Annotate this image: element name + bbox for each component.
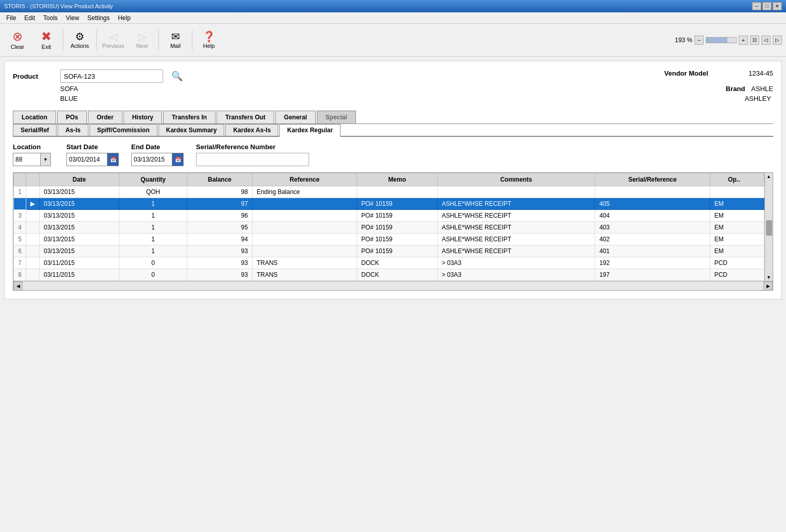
col-date[interactable]: Date bbox=[40, 173, 119, 186]
col-quantity[interactable]: Quantity bbox=[119, 173, 187, 186]
col-reference[interactable]: Reference bbox=[252, 173, 356, 186]
menu-view[interactable]: View bbox=[62, 13, 83, 23]
table-row[interactable]: 303/13/2015196PO# 10159ASHLE*WHSE RECEIP… bbox=[14, 210, 764, 222]
subtab-as-is[interactable]: As-Is bbox=[58, 124, 88, 136]
product-input[interactable] bbox=[60, 69, 163, 83]
product-search-button[interactable]: 🔍 bbox=[169, 70, 185, 82]
scroll-up-arrow[interactable]: ▲ bbox=[766, 174, 771, 179]
menu-tools[interactable]: Tools bbox=[39, 13, 62, 23]
location-dropdown-button[interactable]: ▼ bbox=[41, 153, 51, 166]
help-button[interactable]: ❓ Help bbox=[195, 27, 222, 54]
memo-cell: PO# 10159 bbox=[357, 198, 437, 210]
menu-help[interactable]: Help bbox=[114, 13, 135, 23]
op-cell: EM bbox=[710, 245, 764, 257]
table-row[interactable]: 103/13/2015QOH98Ending Balance bbox=[14, 186, 764, 198]
tab-location[interactable]: Location bbox=[13, 111, 56, 123]
subtab-serial-ref[interactable]: Serial/Ref bbox=[13, 124, 57, 136]
scroll-left-arrow[interactable]: ◀ bbox=[13, 281, 23, 291]
zoom-next-button[interactable]: ▷ bbox=[773, 36, 782, 45]
reference-cell bbox=[252, 198, 356, 210]
brand-field: Brand ASHLE bbox=[714, 85, 773, 93]
end-date-calendar-button[interactable]: 📅 bbox=[172, 153, 184, 166]
table-row[interactable]: 403/13/2015195PO# 10159ASHLE*WHSE RECEIP… bbox=[14, 222, 764, 234]
zoom-fit-button[interactable]: ⊡ bbox=[750, 36, 759, 45]
op-cell: EM bbox=[710, 210, 764, 222]
vendor-fields: Vendor Model 1234-45 bbox=[664, 69, 773, 77]
scroll-right-arrow[interactable]: ▶ bbox=[763, 281, 773, 291]
location-input[interactable] bbox=[13, 153, 41, 166]
tab-transfers-in[interactable]: Transfers In bbox=[163, 111, 216, 123]
product-field-row: Product 🔍 bbox=[13, 69, 185, 83]
data-table-wrapper: Date Quantity Balance Reference Memo Com… bbox=[13, 172, 773, 291]
col-op[interactable]: Op.. bbox=[710, 173, 764, 186]
menu-edit[interactable]: Edit bbox=[20, 13, 39, 23]
tab-pos[interactable]: POs bbox=[57, 111, 87, 123]
tab-transfers-out[interactable]: Transfers Out bbox=[217, 111, 274, 123]
zoom-slider[interactable] bbox=[706, 37, 737, 43]
subtab-kardex-as-is[interactable]: Kardex As-Is bbox=[225, 124, 278, 136]
menu-file[interactable]: File bbox=[2, 13, 20, 23]
table-row[interactable]: ▶03/13/2015197PO# 10159ASHLE*WHSE RECEIP… bbox=[14, 198, 764, 210]
serial-ref-input[interactable] bbox=[196, 153, 309, 166]
zoom-out-button[interactable]: − bbox=[694, 36, 704, 45]
col-serial-ref[interactable]: Serial/Reference bbox=[595, 173, 710, 186]
subtab-spiff[interactable]: Spiff/Commission bbox=[90, 124, 157, 136]
zoom-prev-button[interactable]: ◁ bbox=[761, 36, 771, 45]
exit-icon: ✖ bbox=[41, 30, 51, 43]
close-button[interactable]: ✕ bbox=[773, 2, 782, 10]
col-comments[interactable]: Comments bbox=[437, 173, 595, 186]
end-date-group: 📅 bbox=[131, 153, 184, 166]
subtab-kardex-summary[interactable]: Kardex Summary bbox=[158, 124, 225, 136]
scroll-track[interactable] bbox=[23, 281, 763, 290]
col-marker bbox=[26, 173, 40, 186]
quantity-cell: 1 bbox=[119, 234, 187, 245]
balance-cell: 95 bbox=[187, 222, 253, 234]
actions-icon: ⚙ bbox=[75, 31, 84, 42]
date-cell: 03/13/2015 bbox=[40, 210, 119, 222]
table-body: 103/13/2015QOH98Ending Balance▶03/13/201… bbox=[14, 186, 764, 281]
scroll-down-arrow[interactable]: ▼ bbox=[766, 275, 771, 280]
start-date-filter: Start Date 📅 bbox=[66, 143, 119, 166]
exit-button[interactable]: ✖ Exit bbox=[33, 27, 60, 54]
maximize-button[interactable]: □ bbox=[762, 2, 772, 10]
scroll-thumb[interactable] bbox=[766, 220, 772, 236]
subtab-kardex-regular[interactable]: Kardex Regular bbox=[279, 124, 341, 137]
toolbar-sep-4 bbox=[192, 30, 192, 50]
op-cell bbox=[710, 186, 764, 198]
zoom-in-button[interactable]: + bbox=[739, 36, 748, 45]
zoom-control: 193 % − + ⊡ ◁ ▷ bbox=[675, 36, 782, 45]
tab-special[interactable]: Special bbox=[317, 111, 356, 123]
clear-button[interactable]: ⊗ Clear bbox=[4, 27, 31, 54]
table-row[interactable]: 603/13/2015193PO# 10159ASHLE*WHSE RECEIP… bbox=[14, 245, 764, 257]
minimize-button[interactable]: ─ bbox=[752, 2, 761, 10]
table-header: Date Quantity Balance Reference Memo Com… bbox=[14, 173, 764, 186]
tab-general[interactable]: General bbox=[275, 111, 316, 123]
zoom-value: 193 % bbox=[675, 37, 692, 44]
tab-history[interactable]: History bbox=[123, 111, 162, 123]
table-row[interactable]: 703/11/2015093TRANSDOCK> 03A3192PCD bbox=[14, 257, 764, 269]
balance-cell: 93 bbox=[187, 269, 253, 281]
row-marker-cell bbox=[26, 234, 40, 245]
start-date-input[interactable] bbox=[66, 153, 108, 166]
col-memo[interactable]: Memo bbox=[357, 173, 437, 186]
end-date-input[interactable] bbox=[131, 153, 172, 166]
tab-order[interactable]: Order bbox=[88, 111, 122, 123]
actions-button[interactable]: ⚙ Actions bbox=[66, 27, 93, 54]
table-row[interactable]: 803/11/2015093TRANSDOCK> 03A3197PCD bbox=[14, 269, 764, 281]
menu-bar: File Edit Tools View Settings Help bbox=[0, 12, 786, 24]
product-color-row: BLUE ASHLEY bbox=[13, 95, 773, 102]
toolbar: ⊗ Clear ✖ Exit ⚙ Actions ◁ Previous ▷ Ne… bbox=[0, 24, 786, 57]
start-date-calendar-button[interactable]: 📅 bbox=[108, 153, 119, 166]
menu-settings[interactable]: Settings bbox=[83, 13, 114, 23]
row-num-cell: 3 bbox=[14, 210, 26, 222]
table-row[interactable]: 503/13/2015194PO# 10159ASHLE*WHSE RECEIP… bbox=[14, 234, 764, 245]
horizontal-scrollbar[interactable]: ◀ ▶ bbox=[13, 281, 773, 290]
op-cell: EM bbox=[710, 198, 764, 210]
col-balance[interactable]: Balance bbox=[187, 173, 253, 186]
product-label: Product bbox=[13, 73, 54, 80]
vertical-scrollbar[interactable]: ▲ ▼ bbox=[764, 173, 773, 281]
quantity-cell: 1 bbox=[119, 198, 187, 210]
mail-button[interactable]: ✉ Mail bbox=[162, 27, 189, 54]
brand-ext-value: ASHLEY bbox=[745, 95, 771, 102]
previous-label: Previous bbox=[102, 43, 124, 49]
